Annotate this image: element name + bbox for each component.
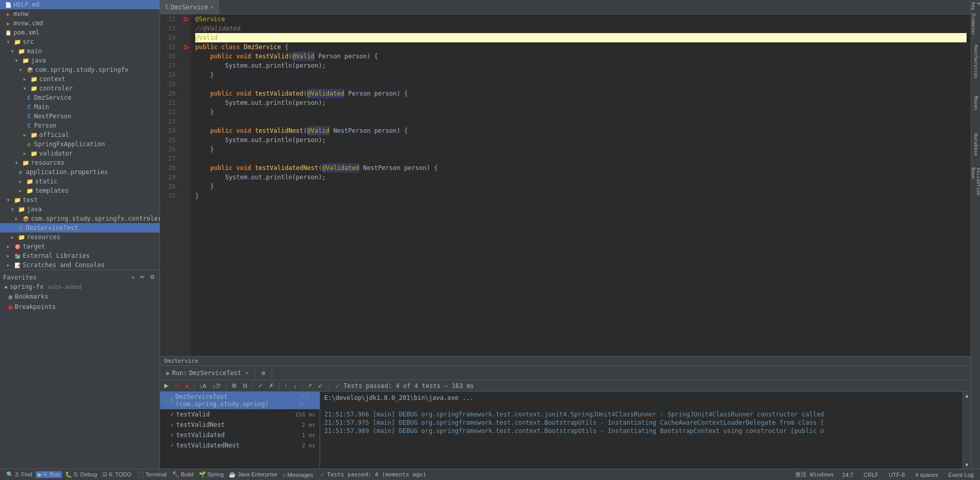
sidebar-item-main[interactable]: ▼ 📁 main — [0, 47, 160, 56]
export-button[interactable]: ↗ — [305, 381, 314, 390]
code-line-25: System.out.println(person); — [195, 135, 967, 145]
settings-icon: ⚙ — [261, 369, 265, 377]
sidebar-item-com-spring[interactable]: ▼ 📦 com.spring.study.springfx — [0, 65, 160, 74]
scroll-up-arrow[interactable]: ▲ — [964, 392, 969, 399]
sidebar-item-src[interactable]: ▼ 📁 src — [0, 37, 160, 47]
closebrace-22: } — [195, 107, 214, 117]
test-item-testvalidated[interactable]: ✓ testValidated 1 ms — [160, 430, 320, 440]
rerun-failed-button[interactable]: ↺ — [172, 381, 181, 390]
chevron-right-icon: ▶ — [4, 252, 12, 260]
todo-tab[interactable]: ☑ 6: TODO — [100, 471, 134, 478]
kw-public-24: public — [210, 126, 232, 135]
tab-close-button[interactable]: ✕ — [210, 4, 213, 10]
run-tab[interactable]: ▶ 4: Run — [36, 471, 62, 478]
expand-all-button[interactable]: ⊞ — [230, 381, 239, 390]
sidebar-item-java[interactable]: ▼ 📁 java — [0, 56, 160, 65]
down-button[interactable]: ↓ — [292, 382, 299, 390]
event-log-button[interactable]: Event Log — [946, 472, 976, 478]
test-item-testvalidatednest[interactable]: ✓ testValidatedNest 2 ms — [160, 440, 320, 451]
test-item-testvalid[interactable]: ✓ testValid 158 ms — [160, 409, 320, 420]
sidebar-item-test-java[interactable]: ▼ 📁 java — [0, 205, 160, 214]
kw-public-16: public — [210, 52, 232, 61]
sidebar-item-label: resources — [27, 234, 60, 241]
folder-icon: 📁 — [30, 75, 38, 83]
favorites-settings-button[interactable]: ⚙ — [148, 273, 156, 281]
encoding[interactable]: UTF-8 — [887, 472, 907, 478]
sidebar-item-person[interactable]: C Person — [0, 121, 160, 130]
up-button[interactable]: ↑ — [282, 382, 290, 390]
messages-tab[interactable]: ○ Messages — [280, 472, 315, 478]
sidebar-item-helpmd[interactable]: 📄 HELP.md — [0, 0, 160, 9]
java-enterprise-tab[interactable]: ☕ Java Enterprise — [227, 471, 279, 478]
sidebar-item-appprops[interactable]: ⚙ application.properties — [0, 167, 160, 177]
console-line-4: 21:51:57.989 [main] DEBUG org.springfram… — [324, 427, 958, 435]
sidebar-item-resources[interactable]: ▼ 📁 resources — [0, 158, 160, 167]
console-output[interactable]: E:\develop\jdk1.8.0_201\bin\java.exe ...… — [320, 392, 962, 469]
bookmarks-item[interactable]: ◉ Bookmarks — [0, 291, 160, 302]
rerun-button[interactable]: ▶ — [162, 381, 170, 390]
tab-close-run[interactable]: ✕ — [245, 370, 248, 376]
line-separator[interactable]: CRLF — [862, 472, 881, 478]
line-num-29: 29 — [160, 173, 178, 182]
separator-3 — [252, 382, 253, 390]
filter-passed-button[interactable]: ✓ — [256, 381, 265, 390]
tab-dmzservice[interactable]: C DmzService ✕ — [160, 0, 219, 14]
exec-icon: ▶ — [4, 10, 12, 18]
position-indicator[interactable]: 14:7 — [840, 472, 855, 478]
sidebar-item-target[interactable]: ▶ 🎯 target — [0, 242, 160, 251]
chevron-right-icon: ▶ — [17, 177, 25, 185]
stop-button[interactable]: ■ — [183, 382, 191, 390]
sidebar-item-static[interactable]: ▶ 📁 static — [0, 177, 160, 186]
sidebar-item-mvnw[interactable]: ▶ mvnw — [0, 9, 160, 19]
sidebar-item-external-libs[interactable]: ▶ 📚 External Libraries — [0, 251, 160, 260]
sidebar-item-dmzservicetest[interactable]: C DmzServiceTest — [0, 223, 160, 233]
right-panel-rest-services[interactable]: RestServices — [971, 41, 980, 83]
sidebar-item-springfxapp[interactable]: ✿ SpringFxApplication — [0, 140, 160, 149]
sort-duration-button[interactable]: ↕⏱ — [211, 382, 224, 390]
sp2-24 — [251, 126, 255, 135]
code-content[interactable]: @Service //@Validated @Valid public clas… — [191, 14, 971, 356]
chevron-right-icon: ▶ — [21, 131, 29, 139]
test-item-testvalidnest[interactable]: ✓ testValidNest 2 ms — [160, 420, 320, 430]
right-panel-maven[interactable]: Maven — [971, 83, 980, 124]
sidebar-item-test[interactable]: ▼ 📁 test — [0, 195, 160, 205]
sidebar-item-official[interactable]: ▶ 📁 official — [0, 130, 160, 140]
right-panel-bean-validation[interactable]: Bean Validation — [971, 165, 980, 207]
sidebar-item-controler[interactable]: ▼ 📁 controler — [0, 84, 160, 93]
tab-run-indicator[interactable]: ▶ Run: DmzServiceTest ✕ — [160, 366, 255, 380]
breakpoints-item[interactable]: ● Breakpoints — [0, 302, 160, 312]
tab-settings-run[interactable]: ⚙ — [255, 366, 272, 380]
import-button[interactable]: ↙ — [316, 381, 325, 390]
sidebar-item-nestperson[interactable]: C NestPerson — [0, 112, 160, 121]
sidebar-item-scratches[interactable]: ▶ 📝 Scratches and Consoles — [0, 260, 160, 270]
gutter-19 — [181, 80, 191, 89]
right-panel-key-promoter[interactable]: Key Promoter X — [971, 0, 980, 41]
sidebar-item-test-resources[interactable]: ▶ 📁 resources — [0, 233, 160, 242]
collapse-all-button[interactable]: ⊟ — [241, 381, 249, 390]
find-tab[interactable]: 🔍 3: Find — [4, 471, 35, 478]
terminal-tab[interactable]: ⬛ Terminal — [135, 471, 169, 478]
sidebar-item-context[interactable]: ▶ 📁 context — [0, 74, 160, 84]
target-icon: 🎯 — [13, 242, 22, 251]
favorites-add-button[interactable]: + — [130, 273, 136, 281]
sidebar-item-templates[interactable]: ▶ 📁 templates — [0, 186, 160, 195]
right-panel-database[interactable]: Database — [971, 124, 980, 165]
sidebar-item-pomxml[interactable]: 📋 pom.xml — [0, 28, 160, 37]
debug-tab[interactable]: 🐛 5: Debug — [63, 471, 99, 478]
filter-failed-button[interactable]: ✗ — [267, 381, 276, 390]
sidebar-item-validator[interactable]: ▶ 📁 validator — [0, 149, 160, 158]
java-file-icon: C — [25, 103, 33, 111]
build-tab[interactable]: 🔨 Build — [170, 471, 196, 478]
sidebar-item-dmzservice[interactable]: C DmzService — [0, 93, 160, 102]
sidebar-item-mvnwcmd[interactable]: ▶ mvnw.cmd — [0, 19, 160, 28]
indent-settings[interactable]: 4 spaces — [913, 472, 940, 478]
spring-tab[interactable]: 🌱 Spring — [197, 471, 226, 478]
favorites-edit-button[interactable]: ✏ — [138, 273, 146, 281]
test-item-root[interactable]: ✓ C DmzServiceTest (com.spring.study.spr… — [160, 392, 320, 409]
scroll-down-arrow[interactable]: ▼ — [964, 461, 969, 469]
sort-alpha-button[interactable]: ↕A — [198, 382, 209, 390]
sidebar-item-test-com[interactable]: ▶ 📦 com.spring.study.springfx.controler — [0, 214, 160, 223]
sidebar-item-main-class[interactable]: C Main — [0, 102, 160, 112]
sp2-20 — [251, 89, 255, 98]
indent-20 — [195, 89, 210, 98]
